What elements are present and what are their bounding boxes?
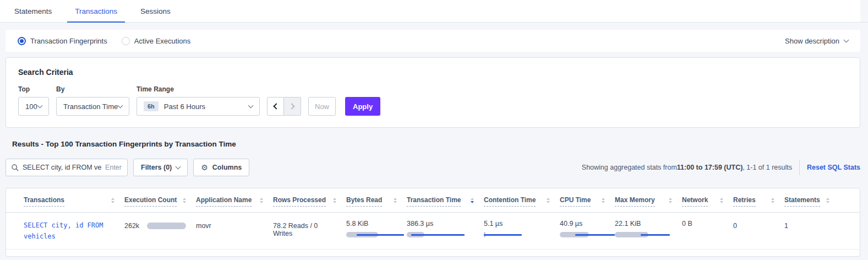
execution-count-bar [147,223,186,229]
table-header-row: Transactions Execution Count Application… [6,188,860,213]
search-icon [12,164,19,171]
time-range-label: Time Range [137,85,260,93]
column-header-max-memory[interactable]: Max Memory [615,196,682,212]
tab-statements[interactable]: Statements [7,1,59,23]
cell-statements: 1 [784,220,839,242]
sql-search-input[interactable] [23,164,102,171]
column-header-network[interactable]: Network [682,196,733,212]
by-label: By [56,85,129,93]
chevron-down-icon [37,102,43,108]
top-value: 100 [25,102,37,111]
application-name-value: movr [196,222,211,230]
cpu-time-value: 40.9 µs [560,220,582,228]
transaction-fingerprint-link[interactable]: SELECT city, id FROM vehicles [24,221,103,240]
time-range-value: Past 6 Hours [164,102,205,111]
search-criteria-title: Search Criteria [18,68,848,77]
rows-processed-value: 78.2 Reads / 0 Writes [273,222,318,237]
results-title: Results - Top 100 Transaction Fingerprin… [12,140,860,148]
results-toolbar: Enter Filters (0) ⚙ Columns Showing aggr… [6,159,860,176]
reset-sql-stats-link[interactable]: Reset SQL Stats [807,164,860,171]
search-criteria-card: Search Criteria Top 100 By Transaction T… [6,57,860,128]
cell-cpu-time: 40.9 µs [560,220,615,242]
sort-icon [826,198,829,207]
page-tabs: Statements Transactions Sessions [0,0,868,23]
sort-icon [260,198,263,207]
contention-time-value: 5.1 µs [484,220,503,228]
radio-active-executions[interactable]: Active Executions [122,37,191,45]
next-time-window-button[interactable] [284,97,301,116]
view-toggle-card: Transaction Fingerprints Active Executio… [6,30,860,52]
cell-bytes-read: 5.8 KiB [346,220,407,242]
show-description-label: Show description [785,37,839,45]
apply-button[interactable]: Apply [345,97,380,116]
radio-label: Active Executions [134,37,191,45]
sql-search-box[interactable]: Enter [6,159,128,176]
column-header-cpu-time[interactable]: CPU Time [560,196,615,212]
sort-icon [602,198,605,207]
cell-execution-count: 262k [124,220,196,242]
time-range-field: Time Range 6h Past 6 Hours [137,85,260,116]
cell-application-name: movr [196,220,273,242]
show-description-toggle[interactable]: Show description [785,37,848,45]
sort-icon [771,198,774,207]
time-range-badge: 6h [144,101,159,111]
cpu-time-barchart [560,232,618,237]
column-header-execution-count[interactable]: Execution Count [124,196,196,212]
by-value: Transaction Time [63,102,118,111]
column-header-transactions[interactable]: Transactions [24,196,124,212]
column-header-statements[interactable]: Statements [784,196,839,212]
radio-selected-icon [18,37,26,45]
sort-icon [669,198,672,207]
columns-label: Columns [212,164,242,171]
tab-transactions[interactable]: Transactions [67,1,125,23]
filters-button[interactable]: Filters (0) [133,159,188,176]
columns-button[interactable]: ⚙ Columns [193,159,249,176]
sort-icon [394,198,397,207]
radio-transaction-fingerprints[interactable]: Transaction Fingerprints [18,37,107,45]
sort-icon-descending [471,198,474,207]
chevron-left-icon [273,103,279,109]
top-label: Top [18,85,49,93]
column-header-transaction-time[interactable]: Transaction Time [407,196,484,212]
cell-max-memory: 22.1 KiB [615,220,682,242]
cell-rows-processed: 78.2 Reads / 0 Writes [273,220,346,242]
column-header-bytes-read[interactable]: Bytes Read [346,196,407,212]
max-memory-value: 22.1 KiB [615,220,641,228]
by-select[interactable]: Transaction Time [56,97,129,116]
sort-icon [183,198,186,207]
column-header-application-name[interactable]: Application Name [196,196,273,212]
column-header-rows-processed[interactable]: Rows Processed [273,196,346,212]
stats-time-range: 11:00 to 17:59 (UTC) [677,164,743,171]
contention-time-barchart [484,232,542,237]
chevron-down-icon [844,37,849,42]
max-memory-barchart [615,232,673,237]
sort-icon [111,198,114,207]
cell-transactions: SELECT city, id FROM vehicles [24,220,124,242]
transactions-table: Transactions Execution Count Application… [6,188,860,257]
sort-icon [720,198,723,207]
time-range-select[interactable]: 6h Past 6 Hours [137,97,260,116]
enter-hint: Enter [105,164,122,171]
now-button[interactable]: Now [308,97,336,116]
bytes-read-value: 5.8 KiB [346,220,368,228]
cell-retries: 0 [733,220,784,242]
previous-time-window-button[interactable] [267,97,284,116]
radio-unselected-icon [122,37,130,45]
transaction-time-barchart [407,232,465,237]
stats-prefix: Showing aggregated stats from [582,164,677,171]
cell-contention-time: 5.1 µs [484,220,560,242]
table-row: SELECT city, id FROM vehicles 262k movr … [6,213,860,250]
sort-icon [333,198,336,207]
divider [799,160,800,175]
time-window-nav [267,97,301,116]
top-field: Top 100 [18,85,49,116]
filters-label: Filters (0) [141,164,172,171]
chevron-right-icon [288,103,294,109]
top-select[interactable]: 100 [18,97,49,116]
chevron-down-icon [176,164,181,169]
cell-transaction-time: 386.3 µs [407,220,484,242]
column-header-retries[interactable]: Retries [733,196,784,212]
column-header-contention-time[interactable]: Contention Time [484,196,560,212]
tab-sessions[interactable]: Sessions [133,1,178,23]
bytes-read-barchart [346,232,404,237]
